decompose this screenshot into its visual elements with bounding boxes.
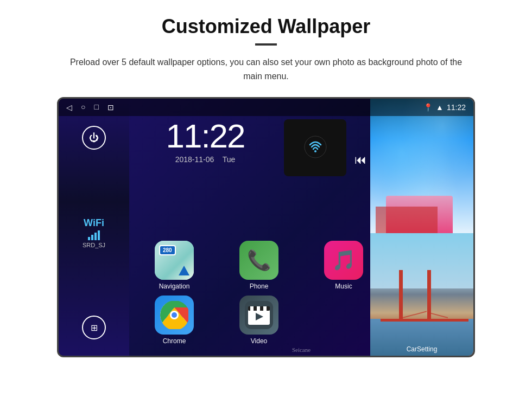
app-video[interactable]: Video <box>219 296 299 345</box>
wifi-info: WiFi SRD_SJ <box>83 217 105 248</box>
video-icon <box>239 296 278 335</box>
status-bar: ◁ ○ □ ⊡ 📍 ▲ 11:22 <box>59 99 473 116</box>
power-icon: ⏻ <box>89 132 99 144</box>
carsetting-label[interactable]: CarSetting <box>407 345 438 353</box>
wifi-ssid: SRD_SJ <box>83 242 105 248</box>
music-label: Music <box>335 282 352 290</box>
wallpaper-bottom: CarSetting <box>370 233 473 356</box>
bridge-tower-right <box>427 270 431 322</box>
power-button[interactable]: ⏻ <box>82 126 106 150</box>
svg-rect-9 <box>250 306 254 311</box>
carsetting-container: CarSetting <box>370 344 473 354</box>
wifi-bar-2 <box>91 235 93 240</box>
wifi-icon: ▲ <box>436 103 444 112</box>
recents-icon[interactable]: □ <box>94 103 98 112</box>
bridge-deck <box>381 319 468 322</box>
title-divider <box>255 43 277 46</box>
video-label: Video <box>251 337 267 345</box>
media-widget[interactable] <box>284 119 346 176</box>
app-phone[interactable]: 📞 Phone <box>219 241 299 290</box>
svg-rect-10 <box>257 306 260 311</box>
bridge-cable-1 <box>399 311 427 319</box>
bridge-tower-left <box>399 270 403 322</box>
clock-time: 11:22 <box>129 119 281 153</box>
music-icon: 🎵 <box>324 241 363 280</box>
nav-road-sign: 280 <box>159 245 176 255</box>
svg-rect-11 <box>263 306 267 311</box>
app-chrome[interactable]: Chrome <box>135 296 214 345</box>
status-time: 11:22 <box>447 103 466 112</box>
apps-button[interactable]: ⊞ <box>82 316 106 339</box>
chrome-label: Chrome <box>163 337 186 345</box>
location-icon: 📍 <box>423 103 433 112</box>
wifi-label: WiFi <box>84 217 104 229</box>
chrome-icon <box>155 296 194 335</box>
device-frame: ◁ ○ □ ⊡ 📍 ▲ 11:22 ⏻ WiFi <box>57 97 475 357</box>
wallpaper-top <box>370 99 473 233</box>
nav-arrow <box>179 266 189 275</box>
home-icon[interactable]: ○ <box>81 103 85 112</box>
page-wrapper: Customized Wallpaper Preload over 5 defa… <box>0 0 532 411</box>
media-icon <box>302 134 328 162</box>
screenshot-icon[interactable]: ⊡ <box>107 103 114 112</box>
clock-widget: 11:22 2018-11-06 Tue <box>129 119 281 164</box>
building-base <box>376 207 438 234</box>
bridge-scene <box>370 233 473 356</box>
wifi-bar-4 <box>98 230 100 240</box>
status-bar-right: 📍 ▲ 11:22 <box>423 103 466 112</box>
left-sidebar: ⏻ WiFi SRD_SJ ⊞ <box>59 99 129 356</box>
app-navigation[interactable]: 280 Navigation <box>135 241 214 290</box>
phone-icon: 📞 <box>239 241 278 280</box>
music-glyph: 🎵 <box>332 249 356 272</box>
navigation-icon: 280 <box>155 241 194 280</box>
wallpaper-panels: CarSetting <box>370 99 473 356</box>
back-icon[interactable]: ◁ <box>66 103 72 112</box>
status-bar-left: ◁ ○ □ ⊡ <box>66 103 114 112</box>
phone-label: Phone <box>250 282 269 290</box>
clock-date: 2018-11-06 Tue <box>129 155 281 164</box>
phone-glyph: 📞 <box>247 249 271 272</box>
wifi-signal <box>88 230 100 240</box>
page-title: Customized Wallpaper <box>162 15 371 38</box>
sky <box>370 233 473 288</box>
skip-prev-icon[interactable]: ⏮ <box>354 153 366 167</box>
page-description: Preload over 5 default wallpaper options… <box>60 55 472 83</box>
main-area: 11:22 2018-11-06 Tue <box>129 99 473 356</box>
wifi-bar-3 <box>94 233 97 240</box>
svg-point-1 <box>314 150 316 152</box>
navigation-label: Navigation <box>159 282 190 290</box>
wifi-bar-1 <box>88 237 90 240</box>
svg-point-5 <box>172 312 177 318</box>
grid-icon: ⊞ <box>91 323 98 333</box>
watermark: Seicane <box>292 346 311 353</box>
